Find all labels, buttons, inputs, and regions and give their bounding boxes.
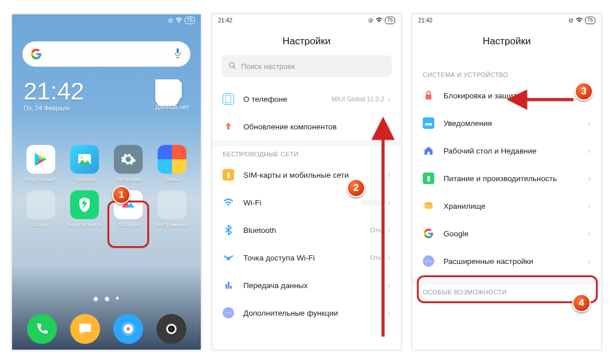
- phone-home-screen: ⊘ 75 21:42 Пн, 24 Февраля Данных нет: [12, 14, 201, 350]
- row-advanced-settings[interactable]: ⋯ Расширенные настройки ›: [412, 247, 601, 275]
- row-additional-functions[interactable]: ⋯ Дополнительные функции ›: [212, 299, 401, 327]
- no-disturb-icon: ⊘: [368, 17, 373, 24]
- section-system-device: СИСТЕМА И УСТРОЙСТВО: [412, 55, 601, 82]
- weather-widget[interactable]: Данных нет: [155, 79, 189, 110]
- phone-settings-2: 21:42 ⊘ 75 Настройки СИСТЕМА И УСТРОЙСТВ…: [412, 14, 602, 350]
- wifi-icon: [576, 17, 583, 24]
- hotspot-icon: [223, 252, 234, 263]
- more-icon: ⋯: [223, 307, 234, 319]
- no-disturb-icon: ⊘: [568, 17, 573, 24]
- step-badge-4: 4: [572, 294, 591, 312]
- google-logo-icon: [30, 48, 42, 60]
- row-google[interactable]: Google ›: [412, 220, 601, 247]
- battery-icon: 75: [185, 17, 195, 24]
- phone-settings-1: 21:42 ⊘ 75 Настройки Поиск настроек О те…: [212, 14, 401, 350]
- page-indicator: ● ● •: [12, 293, 201, 305]
- lock-icon: [423, 90, 434, 101]
- storage-icon: [423, 200, 434, 212]
- app-security[interactable]: Безопасность: [65, 190, 104, 228]
- mic-icon[interactable]: [173, 48, 182, 61]
- arrow-up: [374, 124, 392, 344]
- row-hotspot[interactable]: Точка доступа Wi-Fi Откл ›: [212, 244, 401, 271]
- update-icon: [223, 121, 234, 132]
- battery-icon: 75: [585, 17, 595, 24]
- wifi-icon: [376, 17, 382, 24]
- row-storage[interactable]: Хранилище ›: [412, 192, 601, 220]
- row-wifi[interactable]: Wi-Fi Network ›: [212, 189, 401, 216]
- phone-icon: [223, 93, 234, 105]
- battery-perf-icon: ▮: [423, 173, 434, 184]
- clock-time: 21:42: [24, 79, 84, 104]
- page-title: Настройки: [412, 25, 601, 55]
- chevron-right-icon: ›: [588, 201, 591, 210]
- row-sim[interactable]: ▮ SIM-карты и мобильные сети ›: [212, 161, 401, 189]
- row-bluetooth[interactable]: Bluetooth Откл ›: [212, 216, 401, 244]
- notif-icon: ▬: [423, 117, 434, 129]
- chevron-right-icon: ›: [588, 146, 591, 155]
- step-badge-3: 3: [575, 82, 593, 101]
- svg-point-10: [170, 328, 173, 330]
- no-disturb-icon: ⊘: [168, 17, 173, 24]
- arrow-left: [514, 93, 577, 108]
- sim-icon: ▮: [223, 169, 234, 181]
- wifi-icon: [175, 17, 182, 24]
- status-time: 21:42: [418, 17, 433, 24]
- clock-date: Пн, 24 Февраля: [24, 105, 84, 112]
- home-icon: [423, 145, 434, 156]
- section-wireless: БЕСПРОВОДНЫЕ СЕТИ: [212, 146, 401, 161]
- svg-rect-0: [177, 48, 179, 53]
- row-about-phone[interactable]: О телефоне MIUI Global 11.0.2 ›: [212, 85, 401, 113]
- more-icon: ⋯: [423, 255, 434, 267]
- status-bar: ⊘ 75: [12, 14, 201, 25]
- chevron-right-icon: ›: [588, 174, 591, 183]
- google-search-bar[interactable]: [22, 41, 190, 67]
- search-icon: [228, 62, 236, 71]
- dock-camera[interactable]: [156, 314, 186, 344]
- svg-rect-16: [426, 94, 431, 99]
- folder-google[interactable]: Google: [21, 190, 60, 228]
- app-settings[interactable]: Настройки: [109, 145, 148, 182]
- cloud-icon: [155, 79, 182, 106]
- chevron-right-icon: ›: [588, 118, 591, 128]
- status-time: 21:42: [218, 17, 232, 24]
- step-badge-1: 1: [112, 186, 131, 204]
- google-icon: [423, 228, 434, 239]
- battery-icon: 75: [385, 17, 395, 24]
- app-gallery[interactable]: Галерея: [65, 145, 104, 182]
- chevron-right-icon: ›: [588, 229, 591, 238]
- row-notifications[interactable]: ▬ Уведомления ›: [412, 109, 601, 137]
- page-title: Настройки: [212, 25, 401, 55]
- dock-phone[interactable]: [27, 314, 57, 344]
- data-icon: [223, 279, 234, 291]
- miui-version: MIUI Global 11.0.2: [332, 95, 385, 102]
- svg-rect-13: [225, 95, 231, 103]
- dock-messages[interactable]: [70, 314, 100, 344]
- step-badge-2: 2: [347, 179, 365, 197]
- app-themes[interactable]: Темы: [152, 145, 192, 182]
- dock-browser[interactable]: [113, 314, 143, 344]
- bluetooth-icon: [223, 224, 234, 236]
- search-placeholder: Поиск настроек: [241, 62, 295, 71]
- status-bar: 21:42 ⊘ 75: [212, 14, 401, 25]
- row-battery-performance[interactable]: ▮ Питание и производительность ›: [412, 164, 601, 192]
- app-play-market[interactable]: Play Маркет: [21, 145, 60, 182]
- dock: [12, 314, 201, 344]
- chevron-right-icon: ›: [588, 256, 591, 266]
- wifi-icon: [223, 197, 234, 208]
- svg-point-4: [81, 156, 83, 159]
- svg-line-12: [234, 66, 236, 68]
- weather-text: Данных нет: [155, 104, 189, 110]
- svg-point-7: [127, 327, 130, 331]
- app-grid: Play Маркет Галерея Настройки Темы Googl…: [12, 112, 201, 228]
- row-component-update[interactable]: Обновление компонентов ›: [212, 113, 401, 140]
- status-bar: 21:42 ⊘ 75: [412, 14, 601, 25]
- svg-point-11: [230, 62, 234, 67]
- chevron-right-icon: ›: [388, 94, 391, 104]
- row-data-usage[interactable]: Передача данных ›: [212, 271, 401, 299]
- row-home-recents[interactable]: Рабочий стол и Недавние ›: [412, 137, 601, 164]
- clock-weather-widget[interactable]: 21:42 Пн, 24 Февраля Данных нет: [24, 79, 189, 112]
- section-special: ОСОБЫЕ ВОЗМОЖНОСТИ: [412, 284, 601, 299]
- folder-tools[interactable]: Инструменты: [152, 190, 192, 228]
- settings-search[interactable]: Поиск настроек: [221, 55, 392, 77]
